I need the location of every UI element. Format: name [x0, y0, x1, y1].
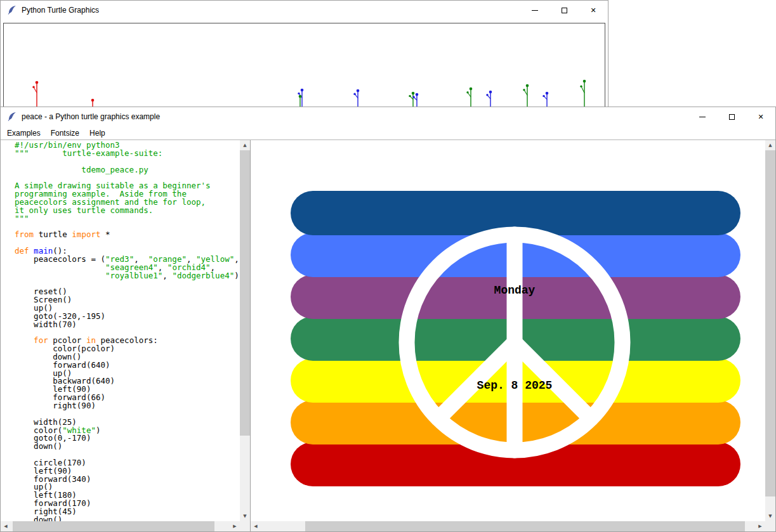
- close-icon: ✕: [590, 7, 596, 14]
- scroll-thumb[interactable]: [240, 150, 250, 436]
- canvas-pane: Monday Sep. 8 2025 ▲▼ ◀▶: [251, 140, 775, 531]
- code-line: right(90): [15, 402, 240, 410]
- scroll-down-button[interactable]: ▼: [240, 511, 250, 521]
- peace-symbol: [251, 140, 765, 521]
- window-controls: ✕: [688, 107, 775, 126]
- turtle-tree: [30, 80, 43, 108]
- maximize-icon: [562, 8, 567, 13]
- scroll-track[interactable]: [261, 521, 755, 531]
- window-title: Python Turtle Graphics: [22, 6, 99, 15]
- source-code-pane: #!/usr/bin/env python3""" turtle-example…: [1, 140, 251, 531]
- tk-feather-icon: [7, 5, 17, 15]
- menu-bar: ExamplesFontsizeHelp: [1, 126, 775, 140]
- date-label: Sep. 8 2025: [477, 379, 553, 392]
- minimize-button[interactable]: [688, 107, 717, 126]
- code-line: """: [15, 215, 240, 223]
- scroll-thumb[interactable]: [13, 521, 214, 531]
- close-icon: ✕: [758, 114, 763, 120]
- scroll-down-button[interactable]: ▼: [765, 511, 775, 521]
- window-title: peace - a Python turtle graphics example: [22, 112, 160, 121]
- window-content: #!/usr/bin/env python3""" turtle-example…: [1, 140, 775, 531]
- code-line: down(): [15, 443, 240, 451]
- scroll-thumb[interactable]: [765, 150, 775, 496]
- menu-item-fontsize[interactable]: Fontsize: [46, 127, 84, 139]
- menu-item-examples[interactable]: Examples: [2, 127, 46, 139]
- minimize-icon: [699, 117, 706, 117]
- close-button[interactable]: ✕: [579, 1, 608, 20]
- scroll-left-button[interactable]: ◀: [1, 521, 11, 531]
- maximize-button[interactable]: [549, 1, 579, 20]
- minimize-icon: [532, 10, 538, 11]
- scroll-thumb[interactable]: [305, 521, 745, 531]
- scroll-right-button[interactable]: ▶: [755, 521, 765, 531]
- peace-demo-window: peace - a Python turtle graphics example…: [0, 107, 776, 532]
- code-line: width(70): [15, 321, 240, 329]
- titlebar[interactable]: peace - a Python turtle graphics example…: [1, 107, 775, 126]
- peace-canvas: Monday Sep. 8 2025: [251, 140, 765, 521]
- maximize-icon: [729, 114, 735, 120]
- code-line: it only uses turtle commands.: [15, 207, 240, 215]
- canvas-vertical-scrollbar[interactable]: ▲▼: [765, 140, 775, 521]
- window-controls: ✕: [520, 1, 608, 20]
- scroll-track[interactable]: [765, 150, 775, 511]
- scroll-up-button[interactable]: ▲: [765, 140, 775, 150]
- scrollbar-corner: [765, 521, 775, 531]
- menu-item-help[interactable]: Help: [84, 127, 110, 139]
- canvas-horizontal-scrollbar[interactable]: ◀▶: [251, 521, 765, 531]
- scrollbar-corner: [240, 521, 250, 531]
- code-line: down(): [15, 516, 240, 521]
- scroll-track[interactable]: [11, 521, 230, 531]
- scroll-up-button[interactable]: ▲: [240, 140, 250, 150]
- code-horizontal-scrollbar[interactable]: ◀▶: [1, 521, 240, 531]
- turtle-tree: [578, 79, 591, 110]
- weekday-label: Monday: [494, 284, 536, 297]
- tk-feather-icon: [7, 112, 17, 122]
- code-line: """ turtle-example-suite:: [15, 150, 240, 158]
- minimize-button[interactable]: [520, 1, 549, 20]
- scroll-track[interactable]: [240, 150, 250, 511]
- source-code-text[interactable]: #!/usr/bin/env python3""" turtle-example…: [1, 140, 240, 521]
- close-button[interactable]: ✕: [746, 107, 775, 126]
- maximize-button[interactable]: [717, 107, 746, 126]
- code-line: "royalblue1", "dodgerblue4"): [15, 272, 240, 280]
- titlebar[interactable]: Python Turtle Graphics ✕: [1, 1, 608, 20]
- scroll-left-button[interactable]: ◀: [251, 521, 261, 531]
- turtle-tree: [521, 83, 534, 110]
- code-vertical-scrollbar[interactable]: ▲▼: [240, 140, 250, 521]
- code-line: tdemo_peace.py: [15, 166, 240, 174]
- code-line: from turtle import *: [15, 231, 240, 239]
- scroll-right-button[interactable]: ▶: [230, 521, 240, 531]
